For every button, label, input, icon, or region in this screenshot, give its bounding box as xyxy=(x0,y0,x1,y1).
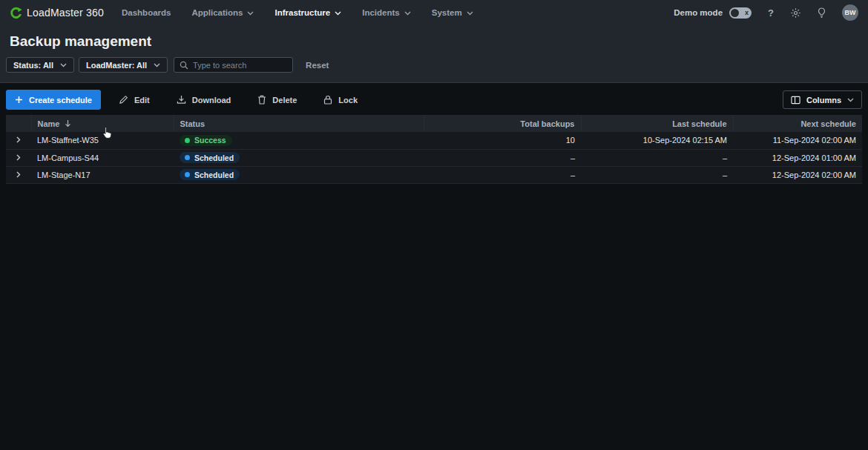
table-toolbar: Create schedule Edit Download Delete xyxy=(6,89,862,115)
nav-label: Applications xyxy=(191,8,243,17)
columns-icon xyxy=(791,96,800,105)
status-label: Scheduled xyxy=(194,171,234,179)
help-icon[interactable]: ? xyxy=(768,7,774,19)
edit-button[interactable]: Edit xyxy=(110,90,159,110)
nav-item-system[interactable]: System xyxy=(432,8,473,17)
chevron-down-icon xyxy=(404,11,411,16)
status-label: Success xyxy=(194,136,226,145)
nav-label: System xyxy=(432,8,462,17)
create-schedule-label: Create schedule xyxy=(29,96,92,105)
status-badge: Scheduled xyxy=(180,152,240,163)
column-header-status[interactable]: Status xyxy=(174,115,424,132)
loadmaster-filter-label: LoadMaster: All xyxy=(86,61,147,70)
column-header-total-backups[interactable]: Total backups xyxy=(424,115,581,132)
table-header-row: Name Status Total backups Last schedule … xyxy=(6,115,862,132)
app-logo[interactable]: LoadMaster 360 xyxy=(10,7,104,19)
cell-total-backups: – xyxy=(424,166,581,183)
status-dot-icon xyxy=(185,138,190,143)
columns-button[interactable]: Columns xyxy=(783,90,862,109)
cell-name: LM-Staffnet-W35 xyxy=(31,132,174,149)
delete-button[interactable]: Delete xyxy=(249,90,306,110)
status-dot-icon xyxy=(185,172,190,177)
user-avatar[interactable]: BW xyxy=(842,4,858,21)
nav-item-infrastructure[interactable]: Infrastructure xyxy=(274,8,341,17)
cell-status: Success xyxy=(174,132,424,149)
status-filter-label: Status: All xyxy=(13,61,53,70)
table-row[interactable]: LM-Stage-N17 Scheduled – – 12-Sep-2024 0… xyxy=(6,166,862,183)
column-header-name[interactable]: Name xyxy=(31,115,174,132)
column-header-next-schedule[interactable]: Next schedule xyxy=(733,115,862,132)
cell-next-schedule: 12-Sep-2024 02:00 AM xyxy=(733,166,862,183)
cell-last-schedule: – xyxy=(581,166,733,183)
cell-next-schedule: 11-Sep-2024 02:00 AM xyxy=(733,132,862,149)
reset-filters-button[interactable]: Reset xyxy=(306,61,329,70)
delete-label: Delete xyxy=(272,96,297,105)
demo-mode-control: Demo mode x xyxy=(674,7,752,19)
nav-item-applications[interactable]: Applications xyxy=(191,8,254,17)
lock-label: Lock xyxy=(338,96,358,105)
trash-icon xyxy=(257,95,266,105)
edit-label: Edit xyxy=(134,96,150,105)
download-icon xyxy=(177,95,186,105)
chevron-down-icon xyxy=(467,11,473,16)
search-input[interactable] xyxy=(193,61,287,70)
chevron-right-icon xyxy=(16,171,21,178)
status-label: Scheduled xyxy=(194,153,234,162)
nav-item-incidents[interactable]: Incidents xyxy=(362,8,410,17)
cell-total-backups: – xyxy=(424,149,581,166)
pencil-icon xyxy=(119,95,128,105)
chevron-down-icon xyxy=(335,11,341,16)
cell-last-schedule: 10-Sep-2024 02:15 AM xyxy=(581,132,733,149)
download-label: Download xyxy=(192,96,231,105)
toggle-knob-icon xyxy=(731,9,739,17)
row-expand-button[interactable] xyxy=(6,166,31,183)
search-box xyxy=(174,57,293,73)
chevron-down-icon xyxy=(247,11,254,16)
column-header-last-schedule[interactable]: Last schedule xyxy=(581,115,733,132)
main-nav: Dashboards Applications Infrastructure I… xyxy=(122,8,473,17)
navbar-right-controls: Demo mode x ? BW xyxy=(674,4,858,21)
backups-table: Name Status Total backups Last schedule … xyxy=(6,115,862,184)
nav-label: Incidents xyxy=(362,8,399,17)
chevron-down-icon xyxy=(847,98,854,102)
status-filter-dropdown[interactable]: Status: All xyxy=(6,57,74,73)
loadmaster-filter-dropdown[interactable]: LoadMaster: All xyxy=(79,57,168,73)
row-expand-button[interactable] xyxy=(6,132,31,149)
cell-name: LM-Stage-N17 xyxy=(31,166,174,183)
sort-descending-icon xyxy=(65,119,71,128)
status-badge: Success xyxy=(180,135,232,146)
nav-item-dashboards[interactable]: Dashboards xyxy=(122,8,171,17)
table-row[interactable]: LM-Staffnet-W35 Success 10 10-Sep-2024 0… xyxy=(6,132,862,149)
lightbulb-icon[interactable] xyxy=(818,7,826,19)
column-label: Name xyxy=(38,119,60,128)
cell-status: Scheduled xyxy=(174,149,424,166)
lock-icon xyxy=(323,95,332,105)
cell-total-backups: 10 xyxy=(424,132,581,149)
download-button[interactable]: Download xyxy=(168,90,240,110)
app-header: LoadMaster 360 Dashboards Applications I… xyxy=(0,0,868,83)
filter-bar: Status: All LoadMaster: All Reset xyxy=(0,57,868,82)
status-badge: Scheduled xyxy=(180,169,240,180)
chevron-down-icon xyxy=(60,63,67,67)
table-row[interactable]: LM-Campus-S44 Scheduled – – 12-Sep-2024 … xyxy=(6,149,862,166)
demo-mode-label: Demo mode xyxy=(674,8,723,17)
content-area: Create schedule Edit Download Delete xyxy=(0,83,868,450)
demo-mode-toggle[interactable]: x xyxy=(729,7,752,19)
cell-status: Scheduled xyxy=(174,166,424,183)
lock-button[interactable]: Lock xyxy=(315,90,366,110)
cell-last-schedule: – xyxy=(581,149,733,166)
create-schedule-button[interactable]: Create schedule xyxy=(6,90,101,110)
app-logo-text: LoadMaster 360 xyxy=(27,7,104,19)
top-navbar: LoadMaster 360 Dashboards Applications I… xyxy=(0,0,868,25)
search-icon xyxy=(180,61,188,70)
loadmaster-logo-icon xyxy=(10,7,22,19)
chevron-down-icon xyxy=(154,63,160,67)
columns-label: Columns xyxy=(806,96,841,105)
row-expand-button[interactable] xyxy=(6,149,31,166)
chevron-right-icon xyxy=(16,154,21,161)
page-title: Backup management xyxy=(0,25,868,57)
toggle-off-x-icon: x xyxy=(745,7,749,19)
nav-label: Infrastructure xyxy=(274,8,330,17)
settings-gear-icon[interactable] xyxy=(790,7,801,19)
chevron-right-icon xyxy=(16,136,21,143)
